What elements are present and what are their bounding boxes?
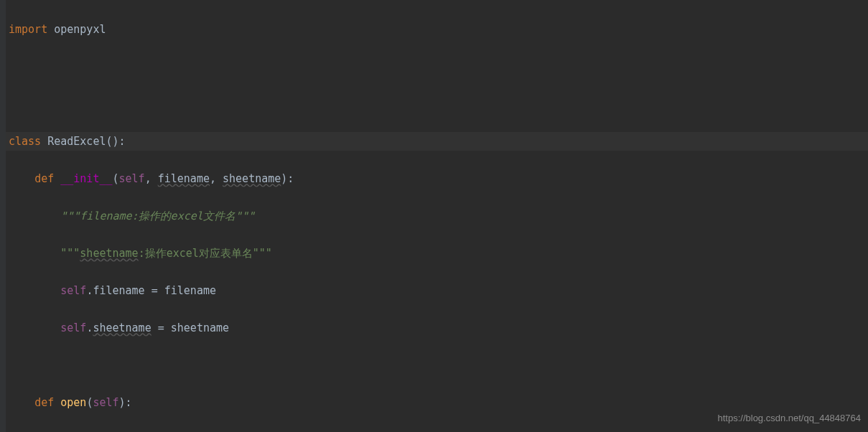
module: openpyxl bbox=[54, 23, 106, 36]
comma: , bbox=[145, 172, 158, 185]
self: self bbox=[93, 396, 118, 409]
rhs: filename bbox=[164, 284, 216, 297]
code-line-highlighted[interactable]: class ReadExcel(): bbox=[0, 132, 868, 151]
keyword: import bbox=[9, 23, 47, 36]
docstring: :操作excel对应表单名""" bbox=[139, 247, 272, 260]
code-line[interactable]: import openpyxl bbox=[9, 20, 868, 39]
function-name: open bbox=[60, 396, 86, 409]
attr: sheetname bbox=[93, 321, 151, 334]
self: self bbox=[60, 321, 86, 334]
paren: ): bbox=[281, 172, 294, 185]
code-line[interactable] bbox=[9, 95, 868, 113]
param: filename bbox=[158, 172, 210, 185]
paren: ( bbox=[113, 172, 119, 185]
code-line[interactable]: self.filename = filename bbox=[9, 281, 868, 300]
code-line[interactable]: """filename:操作的excel文件名""" bbox=[9, 207, 868, 225]
code-line[interactable] bbox=[9, 57, 868, 76]
keyword: def bbox=[34, 172, 54, 185]
colon: : bbox=[119, 135, 126, 148]
docstring: """filename:操作的excel文件名""" bbox=[60, 210, 255, 222]
keyword: def bbox=[34, 396, 54, 409]
rhs: sheetname bbox=[171, 321, 229, 334]
code-line[interactable]: def __init__(self, filename, sheetname): bbox=[9, 169, 868, 188]
paren: () bbox=[106, 135, 118, 148]
code-editor[interactable]: import openpyxl class ReadExcel(): def _… bbox=[0, 0, 868, 432]
gutter bbox=[0, 0, 6, 432]
attr: filename bbox=[93, 284, 144, 297]
dunder: __init__ bbox=[60, 172, 112, 185]
eq: = bbox=[145, 284, 164, 297]
docstring: """ bbox=[60, 247, 80, 260]
code-line[interactable]: """sheetname:操作excel对应表单名""" bbox=[9, 244, 868, 263]
code-line[interactable] bbox=[9, 356, 868, 375]
param: sheetname bbox=[223, 172, 281, 185]
watermark: https://blog.csdn.net/qq_44848764 bbox=[718, 409, 862, 428]
keyword: class bbox=[9, 135, 41, 148]
self: self bbox=[119, 172, 145, 185]
paren: ): bbox=[119, 396, 132, 409]
class-name: ReadExcel bbox=[47, 135, 106, 148]
code-line[interactable]: self.sheetname = sheetname bbox=[9, 319, 868, 337]
comma: , bbox=[210, 172, 223, 185]
docstring: sheetname bbox=[80, 247, 138, 260]
self: self bbox=[60, 284, 86, 297]
eq: = bbox=[151, 321, 171, 334]
